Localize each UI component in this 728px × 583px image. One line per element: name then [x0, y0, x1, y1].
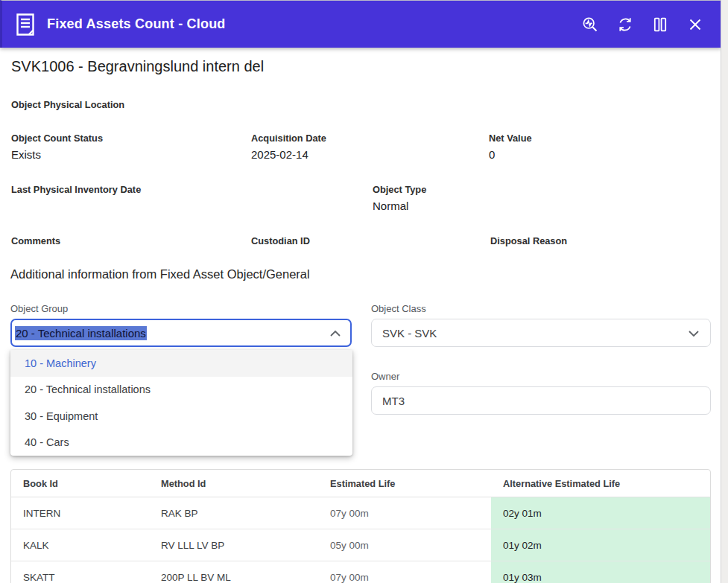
columns-icon[interactable] — [652, 16, 668, 33]
object-class-combobox[interactable]: SVK - SVK — [371, 319, 711, 347]
dropdown-option-40-cars[interactable]: 40 - Cars — [10, 430, 352, 456]
object-physical-location-label: Object Physical Location — [11, 99, 124, 110]
books-table: Book Id Method Id Estimated Life Alterna… — [10, 469, 711, 583]
window-titlebar: Fixed Assets Count - Cloud — [0, 0, 721, 48]
net-value-label: Net Value — [489, 133, 532, 144]
object-class-label: Object Class — [371, 303, 426, 314]
col-header-book-id: Book Id — [11, 470, 149, 497]
chevron-up-icon — [329, 327, 341, 340]
col-header-alternative-estimated-life: Alternative Estimated Life — [491, 470, 710, 497]
object-type-label: Object Type — [373, 184, 426, 195]
cell-book-id: INTERN — [11, 497, 149, 529]
cell-alternative-estimated-life[interactable]: 02y 01m — [491, 497, 710, 529]
object-group-dropdown: 10 - Machinery 20 - Technical installati… — [10, 350, 352, 456]
col-header-method-id: Method Id — [149, 470, 318, 497]
table-row[interactable]: INTERN RAK BP 07y 00m 02y 01m — [11, 497, 710, 529]
document-icon — [15, 13, 36, 36]
dropdown-option-30-equipment[interactable]: 30 - Equipment — [10, 403, 352, 430]
cell-method-id: RV LLL LV BP — [149, 529, 318, 561]
comments-label: Comments — [11, 235, 60, 246]
object-group-label: Object Group — [10, 303, 68, 314]
acquisition-date-label: Acquisition Date — [251, 133, 326, 144]
cell-estimated-life: 07y 00m — [318, 497, 491, 529]
table-header-row: Book Id Method Id Estimated Life Alterna… — [11, 470, 710, 497]
dropdown-option-20-technical-installations[interactable]: 20 - Technical installations — [10, 377, 352, 404]
fixed-assets-count-window: Fixed Assets Count - Cloud — [0, 0, 728, 583]
owner-input[interactable] — [371, 386, 711, 415]
cell-alternative-estimated-life[interactable]: 01y 03m — [491, 561, 710, 583]
cell-alternative-estimated-life[interactable]: 01y 02m — [491, 529, 710, 561]
scrollbar-track[interactable] — [721, 0, 728, 583]
table-row[interactable]: SKATT 200P LL BV ML 07y 00m 01y 03m — [11, 561, 710, 583]
object-count-status-value: Exists — [11, 148, 41, 161]
cell-estimated-life: 05y 00m — [318, 529, 491, 561]
analyze-search-icon[interactable] — [582, 16, 598, 33]
net-value-value: 0 — [489, 148, 495, 161]
titlebar-actions — [582, 16, 708, 33]
disposal-reason-label: Disposal Reason — [490, 235, 567, 246]
window-title: Fixed Assets Count - Cloud — [47, 16, 226, 32]
object-type-value: Normal — [373, 200, 408, 212]
custodian-id-label: Custodian ID — [251, 235, 310, 246]
page-title: SVK1006 - Begravningslund intern del — [11, 58, 264, 75]
close-icon[interactable] — [687, 16, 703, 33]
object-group-combobox[interactable]: 20 - Technical installations — [10, 319, 352, 347]
object-class-value: SVK - SVK — [382, 327, 437, 340]
table-row[interactable]: KALK RV LLL LV BP 05y 00m 01y 02m — [11, 529, 710, 561]
last-physical-inventory-date-label: Last Physical Inventory Date — [11, 184, 141, 195]
cell-method-id: RAK BP — [149, 497, 318, 529]
object-count-status-label: Object Count Status — [11, 133, 103, 144]
section-heading: Additional information from Fixed Asset … — [10, 267, 310, 281]
owner-label: Owner — [371, 371, 399, 382]
cell-book-id: KALK — [11, 529, 149, 561]
cell-method-id: 200P LL BV ML — [149, 561, 318, 583]
dropdown-option-10-machinery[interactable]: 10 - Machinery — [10, 350, 352, 377]
refresh-icon[interactable] — [617, 16, 633, 33]
cell-estimated-life: 07y 00m — [318, 561, 491, 583]
cell-book-id: SKATT — [11, 561, 149, 583]
col-header-estimated-life: Estimated Life — [318, 470, 491, 497]
chevron-down-icon — [688, 327, 700, 340]
acquisition-date-value: 2025-02-14 — [251, 148, 308, 161]
object-group-value: 20 - Technical installations — [15, 326, 147, 340]
